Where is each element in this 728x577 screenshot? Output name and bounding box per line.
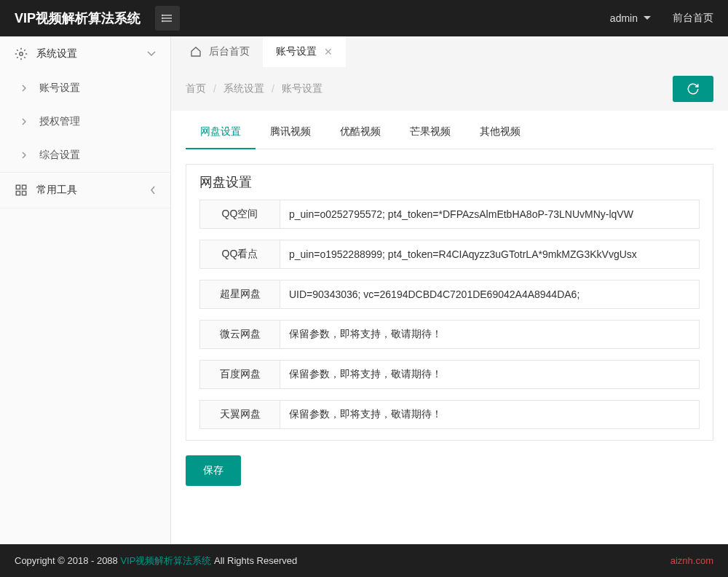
breadcrumb-item: 账号设置: [282, 82, 323, 95]
app-logo: VIP视频解析算法系统: [15, 9, 141, 27]
svg-point-5: [162, 21, 163, 22]
form-row-qqzone: QQ空间: [199, 200, 700, 229]
form-label: 微云网盘: [199, 320, 280, 349]
user-menu[interactable]: admin: [610, 12, 651, 24]
tab-label: 账号设置: [276, 45, 317, 58]
gear-icon: [15, 47, 28, 60]
tabs-bar: 后台首页 账号设置 ✕: [171, 36, 728, 67]
svg-rect-8: [23, 185, 26, 189]
chevron-down-icon: [147, 51, 156, 57]
tab-home[interactable]: 后台首页: [177, 36, 263, 67]
breadcrumb-separator: /: [213, 83, 216, 95]
breadcrumb-item[interactable]: 系统设置: [223, 82, 264, 95]
breadcrumb-separator: /: [272, 83, 274, 95]
form-row-weiyun: 微云网盘: [199, 320, 700, 349]
save-button[interactable]: 保存: [186, 455, 241, 486]
chevron-right-icon: [22, 152, 26, 159]
sidebar-group-label: 系统设置: [36, 47, 77, 60]
chevron-right-icon: [22, 85, 26, 92]
weiyun-input[interactable]: [280, 320, 700, 349]
form-label: 超星网盘: [199, 280, 280, 309]
form-label: 百度网盘: [199, 360, 280, 389]
qqzone-input[interactable]: [280, 200, 700, 229]
sub-tabs: 网盘设置 腾讯视频 优酷视频 芒果视频 其他视频: [186, 125, 713, 149]
watermark: aiznh.com: [670, 555, 713, 566]
svg-point-3: [162, 15, 163, 16]
settings-panel: 网盘设置 QQ空间 QQ看点 超星网盘 微云网盘: [186, 164, 713, 441]
sidebar-group-system: 系统设置 账号设置 授权管理 综合设: [0, 36, 170, 173]
refresh-icon: [687, 82, 700, 95]
form-label: QQ空间: [199, 200, 280, 229]
sidebar-item-label: 授权管理: [39, 115, 80, 128]
svg-point-6: [20, 52, 23, 56]
sidebar-item-general[interactable]: 综合设置: [0, 138, 170, 172]
frontend-link[interactable]: 前台首页: [673, 12, 713, 25]
svg-rect-7: [16, 185, 20, 189]
breadcrumb-item[interactable]: 首页: [186, 82, 206, 95]
sub-tab-tencent[interactable]: 腾讯视频: [256, 125, 325, 149]
chevron-left-icon: [150, 186, 156, 195]
breadcrumb-row: 首页 / 系统设置 / 账号设置: [171, 67, 728, 111]
tab-account-settings[interactable]: 账号设置 ✕: [263, 36, 346, 67]
form-label: QQ看点: [199, 240, 280, 269]
chaoxing-input[interactable]: [280, 280, 700, 309]
sub-tab-other[interactable]: 其他视频: [465, 125, 535, 149]
form-row-chaoxing: 超星网盘: [199, 280, 700, 309]
copyright-text: Copyright © 2018 - 2088 VIP视频解析算法系统 All …: [15, 554, 297, 568]
breadcrumb: 首页 / 系统设置 / 账号设置: [186, 82, 323, 95]
top-header: VIP视频解析算法系统 admin 前台首页: [0, 0, 728, 36]
menu-toggle-button[interactable]: [155, 6, 180, 31]
sidebar-group-label: 常用工具: [36, 184, 77, 197]
refresh-button[interactable]: [673, 76, 713, 102]
panel-title: 网盘设置: [186, 165, 713, 200]
form-row-baidu: 百度网盘: [199, 360, 700, 389]
sidebar-group-title-tools[interactable]: 常用工具: [0, 173, 170, 208]
sidebar-item-account[interactable]: 账号设置: [0, 71, 170, 105]
sidebar-group-tools: 常用工具: [0, 173, 170, 208]
qqkandian-input[interactable]: [280, 240, 700, 269]
list-icon: [162, 12, 173, 24]
footer-brand: VIP视频解析算法系统: [120, 555, 211, 566]
tab-label: 后台首页: [209, 45, 250, 58]
sub-tab-youku[interactable]: 优酷视频: [325, 125, 395, 149]
sidebar-item-label: 综合设置: [39, 149, 80, 162]
tianyi-input[interactable]: [280, 400, 700, 429]
form-label: 天翼网盘: [199, 400, 280, 429]
user-name: admin: [610, 12, 638, 24]
sidebar: 系统设置 账号设置 授权管理 综合设: [0, 36, 171, 544]
sidebar-item-auth[interactable]: 授权管理: [0, 105, 170, 138]
form-row-tianyi: 天翼网盘: [199, 400, 700, 429]
sidebar-item-label: 账号设置: [39, 82, 80, 95]
svg-rect-9: [16, 192, 20, 195]
chevron-right-icon: [22, 118, 26, 125]
close-icon[interactable]: ✕: [324, 46, 333, 58]
home-icon: [190, 46, 202, 58]
footer: Copyright © 2018 - 2088 VIP视频解析算法系统 All …: [0, 544, 728, 577]
content-area: 网盘设置 腾讯视频 优酷视频 芒果视频 其他视频 网盘设置 QQ空间 QQ看点 …: [171, 111, 728, 544]
apps-icon: [15, 184, 28, 197]
svg-point-4: [162, 18, 163, 19]
form-row-qqkandian: QQ看点: [199, 240, 700, 269]
sub-tab-mango[interactable]: 芒果视频: [395, 125, 465, 149]
sidebar-group-title-system[interactable]: 系统设置: [0, 36, 170, 71]
main-content: 后台首页 账号设置 ✕ 首页 / 系统设置 / 账号设置: [171, 36, 728, 544]
caret-down-icon: [644, 16, 651, 20]
baidu-input[interactable]: [280, 360, 700, 389]
svg-rect-10: [23, 192, 26, 195]
sub-tab-disk[interactable]: 网盘设置: [186, 125, 256, 149]
